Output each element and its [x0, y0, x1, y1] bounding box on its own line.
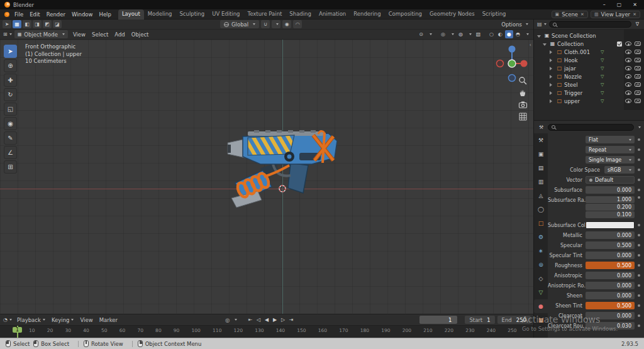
- tab-uv-editing[interactable]: UV Editing: [208, 9, 243, 19]
- properties-tab-constraints[interactable]: ◇: [534, 272, 548, 285]
- auto-keying-icon[interactable]: ◎: [225, 317, 230, 323]
- single-image-dropdown[interactable]: Single Image: [586, 156, 635, 163]
- hide-viewport-icon[interactable]: [625, 66, 631, 70]
- metallic-slider[interactable]: 0.000: [586, 231, 635, 239]
- jump-to-end-button[interactable]: ⇥: [287, 316, 295, 324]
- axis-x-neg-handle[interactable]: [497, 60, 504, 67]
- properties-tab-physics[interactable]: ⊚: [534, 258, 548, 272]
- keyframe-dot[interactable]: [635, 274, 643, 277]
- keyframe-dot[interactable]: [635, 264, 643, 267]
- selectability-icon[interactable]: ⊙: [417, 30, 425, 38]
- subsurface-col-swatch[interactable]: [586, 221, 635, 229]
- disable-render-icon[interactable]: [635, 42, 641, 46]
- vector-button[interactable]: Default: [586, 176, 635, 184]
- disable-render-icon[interactable]: [635, 99, 641, 103]
- gun-model[interactable]: [224, 128, 343, 216]
- tab-scripting[interactable]: Scripting: [479, 9, 510, 19]
- viewport-menu-view[interactable]: View: [70, 31, 89, 38]
- view-layer-selector[interactable]: ▥ View Layer ✕: [591, 11, 640, 18]
- active-tool-icon[interactable]: ➤: [3, 20, 11, 28]
- overlays-dropdown[interactable]: [465, 30, 474, 38]
- anisotropic-ro-slider[interactable]: 0.000: [586, 282, 635, 289]
- hide-viewport-icon[interactable]: [625, 82, 631, 87]
- show-gizmo-icon[interactable]: ◎: [439, 30, 447, 38]
- blender-menu-icon[interactable]: [4, 12, 9, 17]
- select-new-icon[interactable]: ◧: [23, 20, 31, 28]
- color-space-dropdown[interactable]: sRGB: [604, 166, 635, 174]
- viewport-menu-select[interactable]: Select: [89, 31, 111, 38]
- keyframe-dot[interactable]: [635, 179, 643, 181]
- minimize-button[interactable]: –: [603, 2, 606, 8]
- shading-solid-icon[interactable]: ◐: [496, 30, 504, 38]
- axis-z-handle[interactable]: [509, 46, 516, 53]
- outliner-item-scene-collection[interactable]: ▣ Scene Collection: [534, 31, 644, 40]
- outliner-item-collection[interactable]: ▦ Collection: [534, 40, 644, 48]
- properties-tab-scene[interactable]: ◬: [534, 189, 548, 202]
- tab-geometry-nodes[interactable]: Geometry Nodes: [426, 9, 479, 19]
- transform-orientation-dropdown[interactable]: Global: [220, 20, 259, 28]
- hide-viewport-icon[interactable]: [625, 91, 631, 95]
- expand-icon[interactable]: [550, 74, 555, 80]
- properties-editor-icon[interactable]: ⚒: [537, 123, 545, 131]
- keyframe-dot[interactable]: [635, 158, 643, 161]
- expand-icon[interactable]: [550, 98, 555, 104]
- disable-render-icon[interactable]: [635, 82, 641, 87]
- sheen-tint-slider[interactable]: 0.500: [586, 302, 635, 309]
- toggle-ortho-icon[interactable]: [518, 112, 528, 121]
- keyframe-dot[interactable]: [635, 304, 643, 307]
- snap-magnet-icon[interactable]: ∪: [261, 20, 270, 28]
- editor-type-icon[interactable]: ⊞: [3, 30, 13, 38]
- roughness-slider[interactable]: 0.500: [586, 262, 635, 269]
- mode-dropdown[interactable]: ▦ Object Mode: [14, 30, 68, 38]
- clearcoat-rou-slider[interactable]: 0.030: [586, 322, 635, 330]
- hide-viewport-icon[interactable]: [625, 50, 631, 54]
- subsurface-ra-field-0[interactable]: 1.000: [586, 196, 635, 203]
- properties-search-input[interactable]: [548, 124, 634, 131]
- camera-view-icon[interactable]: [518, 100, 528, 109]
- end-frame-field[interactable]: End 250: [497, 316, 531, 324]
- disable-render-icon[interactable]: [635, 50, 641, 54]
- outliner-search-input[interactable]: [549, 21, 631, 28]
- subsurface-slider[interactable]: 0.000: [586, 186, 635, 194]
- repeat-dropdown[interactable]: Repeat: [586, 146, 635, 153]
- collapse-icon[interactable]: [537, 33, 543, 39]
- jump-to-start-button[interactable]: ⇤: [247, 316, 254, 324]
- maximize-button[interactable]: ▢: [617, 2, 622, 8]
- keyframe-dot[interactable]: [635, 196, 643, 199]
- proportional-falloff-dropdown[interactable]: ◠: [293, 20, 302, 28]
- subsurface-ra-field-2[interactable]: 0.100: [586, 211, 635, 218]
- properties-tab-texture[interactable]: ▦: [534, 313, 548, 327]
- proportional-editing-icon[interactable]: ◉: [282, 20, 291, 28]
- tab-texture-paint[interactable]: Texture Paint: [244, 9, 286, 19]
- xray-toggle-icon[interactable]: ▧: [474, 30, 482, 38]
- properties-tab-output[interactable]: ▤: [534, 161, 548, 175]
- keyframe-dot[interactable]: [635, 254, 643, 257]
- play-reverse-button[interactable]: ◀: [263, 316, 270, 324]
- outliner-item-upper[interactable]: □upper▽: [534, 97, 644, 105]
- tab-compositing[interactable]: Compositing: [385, 9, 426, 19]
- hide-viewport-icon[interactable]: [625, 74, 631, 79]
- expand-icon[interactable]: [550, 65, 555, 72]
- expand-icon[interactable]: [550, 90, 555, 96]
- anisotropic-slider[interactable]: 0.000: [586, 272, 635, 279]
- tool-measure-button[interactable]: ∠: [4, 146, 17, 159]
- visibility-dropdown[interactable]: [426, 30, 434, 38]
- properties-tab-tool[interactable]: ⚒: [534, 133, 548, 147]
- select-extend-icon[interactable]: ◨: [33, 20, 42, 28]
- next-keyframe-button[interactable]: ▷: [279, 316, 287, 324]
- keyframe-dot[interactable]: [635, 189, 643, 191]
- properties-tab-modifiers[interactable]: ⚙: [534, 230, 548, 244]
- menu-help[interactable]: Help: [96, 11, 114, 18]
- keyframe-dot[interactable]: [635, 148, 643, 151]
- disable-render-icon[interactable]: [635, 58, 641, 62]
- tab-layout[interactable]: Layout: [118, 9, 144, 19]
- prev-keyframe-button[interactable]: ◁: [255, 316, 262, 324]
- collection-checkbox[interactable]: [617, 42, 622, 47]
- tool-cursor-button[interactable]: ⊕: [4, 59, 17, 72]
- axis-x-handle[interactable]: [521, 60, 528, 67]
- axis-z-neg-handle[interactable]: [509, 75, 516, 82]
- keyframe-dot[interactable]: [635, 138, 643, 141]
- expand-icon[interactable]: [550, 57, 555, 64]
- tool-annotate-button[interactable]: ✎: [4, 131, 17, 145]
- keyframe-dot[interactable]: [635, 314, 643, 317]
